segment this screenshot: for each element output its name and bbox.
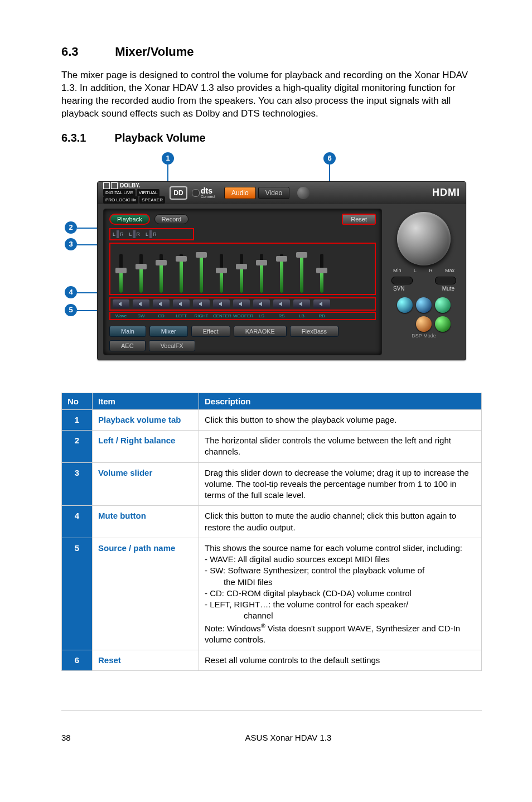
row-description: Drag this slider down to decrease the vo… <box>199 462 482 506</box>
source-name-label: RB <box>313 313 330 318</box>
knob-max-label: Max <box>445 268 454 273</box>
table-row: 1Playback volume tabClick this button to… <box>62 409 482 430</box>
audio-tab-button[interactable]: Audio <box>224 187 256 199</box>
volume-slider[interactable] <box>273 246 290 293</box>
row-number: 6 <box>62 650 93 671</box>
mute-button[interactable] <box>253 299 270 308</box>
mute-button[interactable] <box>153 299 170 308</box>
svn-label: SVN <box>393 286 405 292</box>
volume-slider[interactable] <box>233 246 250 293</box>
source-name-label: CENTER <box>213 313 230 318</box>
svg-marker-10 <box>320 302 322 306</box>
video-tab-button[interactable]: Video <box>258 187 289 199</box>
tab-vocalfx[interactable]: VocalFX <box>149 340 195 351</box>
mixer-panel: Playback Record Reset L R L <box>103 209 382 355</box>
mute-button[interactable] <box>313 299 330 308</box>
speaker-icon <box>299 301 304 307</box>
tab-main[interactable]: Main <box>109 326 146 337</box>
app-screenshot: 1 6 2 3 4 5 DOLBY. DIGITAL LIVE <box>61 152 482 377</box>
svg-marker-8 <box>279 302 282 306</box>
intro-paragraph: The mixer page is designed to control th… <box>61 69 482 120</box>
volume-slider[interactable] <box>153 246 170 293</box>
mute-button[interactable] <box>233 299 250 308</box>
dsp-mode-orb[interactable] <box>416 316 432 332</box>
svg-marker-0 <box>119 302 122 306</box>
master-volume-knob[interactable] <box>397 212 451 265</box>
dsp-mode-orb[interactable] <box>416 297 432 313</box>
section-title-text: Mixer/Volume <box>115 45 194 59</box>
reset-button[interactable]: Reset <box>342 214 376 225</box>
dts-icon <box>192 189 200 197</box>
row-number: 3 <box>62 462 93 506</box>
speaker-icon <box>279 301 284 307</box>
settings-orb-icon[interactable] <box>297 187 309 199</box>
hdmi-label: HDMI <box>432 187 460 199</box>
mute-button[interactable] <box>113 299 129 308</box>
balance-label: R <box>153 231 157 237</box>
mute-button[interactable] <box>293 299 310 308</box>
mute-meter <box>435 277 456 284</box>
row-number: 5 <box>62 538 93 650</box>
balance-label: R <box>120 231 124 237</box>
badge-virtual: VIRTUAL <box>137 189 160 196</box>
subsection-heading: 6.3.1 Playback Volume <box>61 132 482 144</box>
speaker-icon <box>158 301 164 307</box>
mute-button[interactable] <box>273 299 290 308</box>
table-row: 6ResetReset all volume controls to the d… <box>62 650 482 671</box>
dsp-mode-orb[interactable] <box>397 297 413 313</box>
section-number: 6.3 <box>61 45 112 59</box>
dolby-label: DOLBY. <box>120 182 141 189</box>
tab-flexbass[interactable]: FlexBass <box>290 326 338 337</box>
row-item: Mute button <box>93 506 199 538</box>
balance-label: R <box>137 231 141 237</box>
speaker-icon <box>319 301 325 307</box>
dolby-icon <box>103 182 110 189</box>
callout-2: 2 <box>65 221 77 234</box>
balance-track <box>117 230 119 238</box>
balance-control[interactable]: L R <box>146 230 157 238</box>
volume-slider[interactable] <box>193 246 210 293</box>
dsp-mode-label: DSP Mode <box>412 333 436 339</box>
col-item: Item <box>93 393 199 409</box>
source-name-label: RIGHT <box>193 313 210 318</box>
volume-slider[interactable] <box>213 246 230 293</box>
tab-effect[interactable]: Effect <box>191 326 230 337</box>
record-tab[interactable]: Record <box>154 214 188 224</box>
playback-tab[interactable]: Playback <box>109 214 150 225</box>
tab-karaoke[interactable]: KARAOKE <box>234 326 287 337</box>
knob-min-label: Min <box>393 268 402 273</box>
dsp-mode-orb[interactable] <box>435 316 451 332</box>
tab-mixer[interactable]: Mixer <box>149 326 188 337</box>
knob-l-label: L <box>414 268 417 273</box>
source-name-label: LB <box>293 313 310 318</box>
row-description: The horizontal slider controls the volum… <box>199 431 482 463</box>
table-row: 4Mute buttonClick this button to mute th… <box>62 506 482 538</box>
callout-6: 6 <box>323 152 336 165</box>
volume-slider[interactable] <box>253 246 270 293</box>
mute-button[interactable] <box>173 299 190 308</box>
volume-slider[interactable] <box>293 246 310 293</box>
balance-control[interactable]: L R <box>129 230 141 238</box>
balance-control[interactable]: L R <box>113 230 124 238</box>
source-name-label: WOOFER <box>233 313 250 318</box>
page-footer: 38 ASUS Xonar HDAV 1.3 <box>61 711 482 742</box>
mute-button[interactable] <box>193 299 210 308</box>
mute-button[interactable] <box>213 299 230 308</box>
row-item: Playback volume tab <box>93 409 199 430</box>
badge-digital-live: DIGITAL LIVE <box>103 189 136 196</box>
volume-slider[interactable] <box>133 246 149 293</box>
volume-slider[interactable] <box>113 246 129 293</box>
page-number: 38 <box>61 733 95 742</box>
bottom-tab-bar: Main Mixer Effect KARAOKE FlexBass AEC V… <box>109 326 376 351</box>
dsp-mode-orb[interactable] <box>435 297 451 313</box>
svn-meter <box>391 277 413 284</box>
row-item: Reset <box>93 650 199 671</box>
source-name-label: LS <box>253 313 270 318</box>
mute-button[interactable] <box>133 299 149 308</box>
row-description: This shows the source name for each volu… <box>199 538 482 650</box>
volume-sliders-row <box>109 243 376 295</box>
volume-slider[interactable] <box>173 246 190 293</box>
volume-slider[interactable] <box>313 246 330 293</box>
row-description: Reset all volume controls to the default… <box>199 650 482 671</box>
tab-aec[interactable]: AEC <box>109 340 146 351</box>
